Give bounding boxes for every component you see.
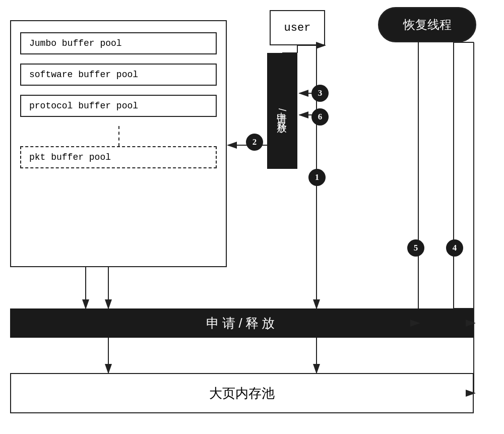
badge-1: 1 <box>308 169 326 186</box>
buffer-pools-box: Jumbo buffer pool software buffer pool p… <box>10 20 227 267</box>
dashed-connector <box>118 126 226 146</box>
user-box: user <box>270 10 325 45</box>
diagram-container: Jumbo buffer pool software buffer pool p… <box>0 0 504 434</box>
large-page-memory-pool: 大页内存池 <box>10 373 474 413</box>
pkt-buffer-pool: pkt buffer pool <box>20 146 217 168</box>
badge-4: 4 <box>446 239 463 257</box>
badge-3: 3 <box>311 85 329 102</box>
jumbo-buffer-pool: Jumbo buffer pool <box>20 32 217 54</box>
software-buffer-pool: software buffer pool <box>20 64 217 86</box>
badge-6: 6 <box>311 108 329 126</box>
badge-2: 2 <box>246 134 263 151</box>
vertical-apply-release-bar: 申请/释放 <box>267 53 297 169</box>
badge-5: 5 <box>407 239 424 257</box>
protocol-buffer-pool: protocol buffer pool <box>20 95 217 117</box>
recovery-thread: 恢复线程 <box>378 7 476 42</box>
horizontal-apply-release-bar: 申请/释放 <box>10 308 474 338</box>
